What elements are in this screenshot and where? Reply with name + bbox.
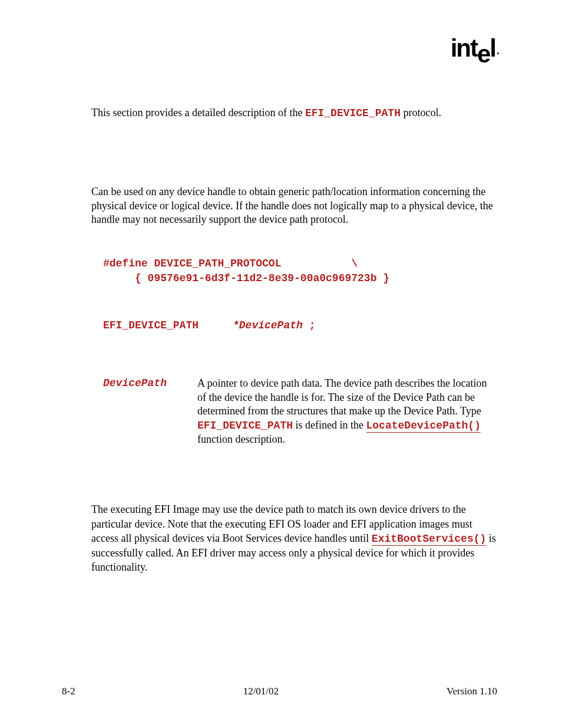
proto-type: EFI_DEVICE_PATH (103, 319, 233, 332)
footer-version: Version 1.10 (447, 686, 497, 697)
link-exitbootservices[interactable]: ExitBootServices() (372, 533, 486, 546)
code-efi-device-path: EFI_DEVICE_PATH (305, 107, 401, 119)
intro-paragraph: This section provides a detailed descrip… (91, 106, 497, 120)
code-efi-device-path-2: EFI_DEVICE_PATH (197, 420, 293, 431)
summary-paragraph: Can be used on any device handle to obta… (91, 185, 497, 226)
footer-date: 12/01/02 (243, 686, 279, 697)
description-paragraph: The executing EFI Image may use the devi… (91, 502, 497, 574)
intel-logo: intel. (451, 34, 497, 62)
page-body: This section provides a detailed descrip… (0, 0, 562, 575)
prototype-line: EFI_DEVICE_PATH*DevicePath ; (103, 318, 497, 332)
page-footer: 8-2 12/01/02 Version 1.10 (62, 686, 497, 697)
link-locatedevicepath[interactable]: LocateDevicePath() (366, 420, 481, 433)
param-description: A pointer to device path data. The devic… (197, 377, 497, 446)
footer-page-number: 8-2 (62, 686, 75, 697)
param-name: DevicePath (103, 377, 197, 446)
guid-definition: #define DEVICE_PATH_PROTOCOL \ { 09576e9… (103, 256, 497, 286)
parameter-row: DevicePath A pointer to device path data… (103, 377, 497, 446)
proto-var: *DevicePath (233, 319, 303, 331)
